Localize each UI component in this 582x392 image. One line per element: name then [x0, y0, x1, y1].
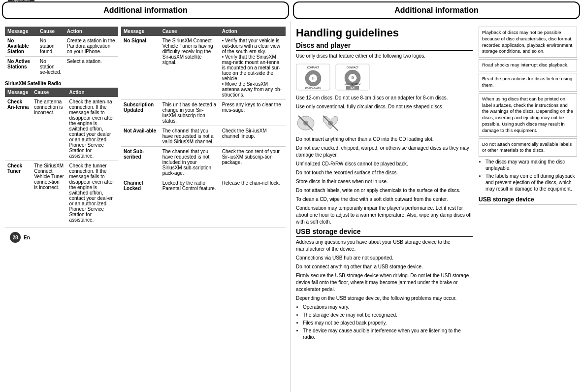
- svg-text:DIGITAL AUDIO: DIGITAL AUDIO: [345, 83, 361, 85]
- table1: Message Cause Action No Available Statio…: [5, 27, 118, 77]
- usb-note3: Do not connect anything other than a USB…: [296, 263, 473, 270]
- action-not-sub: Check the con-tent of your Sir-iusXM sub…: [220, 147, 286, 178]
- tables-row: Message Cause Action No Available Statio…: [5, 27, 286, 228]
- svg-text:disc: disc: [309, 76, 318, 81]
- cause-not-sub: The channel that you have requested is n…: [160, 147, 220, 178]
- compact-disc-text-logo: COMPACT disc DIGITAL AUDIO TEXT: [335, 64, 370, 91]
- no-odd-disc-icon: [296, 113, 316, 133]
- table-row: Subscription Updated This unit has de-te…: [121, 100, 286, 126]
- right-box3: Read the precautions for discs before us…: [479, 73, 577, 92]
- table1-container: Message Cause Action No Available Statio…: [5, 27, 118, 228]
- table2-col-message: Message: [5, 88, 32, 97]
- page-header: Appendix Additional information Addition…: [0, 0, 582, 21]
- right-header-section: Additional information: [293, 1, 580, 19]
- table1-col-action: Action: [65, 27, 118, 36]
- right-page: Handling guidelines Discs and player Use…: [291, 21, 582, 392]
- table-row: Not Avail-able The channel that you have…: [121, 126, 286, 147]
- action-subscription: Press any keys to clear the mes-sage.: [220, 100, 286, 126]
- action-no-signal: • Verify that your vehicle is out-doors …: [220, 36, 286, 100]
- msg-check-antenna: Check An-tenna: [5, 97, 32, 161]
- cause-no-signal: The SiriusXM Connect Vehicle Tuner is ha…: [160, 36, 220, 100]
- page-lang: En: [24, 235, 30, 240]
- table1-col-cause: Cause: [37, 27, 65, 36]
- main-content: Message Cause Action No Available Statio…: [0, 21, 582, 392]
- discs-intro: Use only discs that feature either of th…: [296, 53, 473, 60]
- no-heart-disc-icon: [321, 113, 340, 133]
- cause-no-active: No station se-lected.: [37, 57, 65, 77]
- discs-subtitle: Discs and player: [296, 41, 473, 51]
- handling-title: Handling guidelines: [296, 27, 473, 39]
- msg-not-avail: Not Avail-able: [121, 126, 160, 147]
- table-row: Channel Locked Locked by the radio Paren…: [121, 178, 286, 194]
- table2: Message Cause Action Check An-tenna The …: [5, 88, 118, 225]
- msg-no-available: No Available Station: [5, 36, 37, 57]
- satellite-label: SiriusXM Satellite Radio: [5, 81, 118, 86]
- discs-note2: Use only conventional, fully circular di…: [296, 103, 473, 110]
- right-bullets: The discs may warp making the disc unpla…: [485, 159, 577, 192]
- usb-bullet3: Files may not be played back properly.: [303, 320, 473, 326]
- left-header-section: Appendix Additional information: [2, 1, 289, 19]
- action-channel-locked: Release the chan-nel lock.: [220, 178, 286, 194]
- usb-subtitle: USB storage device: [296, 228, 473, 237]
- table3-col-message: Message: [121, 27, 160, 36]
- right-col-left: Handling guidelines Discs and player Use…: [296, 27, 479, 386]
- msg-check-tuner: Check Tuner: [5, 161, 32, 225]
- table-row: No Available Station No station found. C…: [5, 36, 118, 57]
- discs-note8: Do not attach labels, write on or apply …: [296, 187, 473, 194]
- table3-col-cause: Cause: [160, 27, 220, 36]
- usb-bullet1: Operations may vary.: [303, 304, 473, 310]
- svg-text:TEXT: TEXT: [350, 86, 356, 89]
- discs-note7: Store discs in their cases when not in u…: [296, 178, 473, 185]
- right-col-right: Playback of discs may not be possible be…: [479, 27, 577, 386]
- msg-subscription: Subscription Updated: [121, 100, 160, 126]
- cause-check-tuner: The SiriusXM Connect Vehicle Tuner conne…: [32, 161, 66, 225]
- action-check-tuner: Check the tunner connection. If the mess…: [66, 161, 118, 225]
- svg-text:DIGITAL AUDIO: DIGITAL AUDIO: [305, 87, 322, 89]
- table-row: Not Sub-scribed The channel that you hav…: [121, 147, 286, 178]
- msg-not-sub: Not Sub-scribed: [121, 147, 160, 178]
- svg-text:COMPACT: COMPACT: [347, 66, 359, 69]
- action-no-active: Select a station.: [65, 57, 118, 77]
- right-bullet2: The labels may come off during playback …: [485, 173, 577, 192]
- table3-container: Message Cause Action No Signal The Siriu…: [121, 27, 286, 228]
- svg-text:disc: disc: [348, 75, 357, 80]
- discs-note3: Do not insert anything other than a CD i…: [296, 136, 473, 143]
- discs-note5: Unfinalized CD-R/RW discs cannot be play…: [296, 161, 473, 167]
- right-box4: When using discs that can be printed on …: [479, 93, 577, 137]
- table-row: Check Tuner The SiriusXM Connect Vehicle…: [5, 161, 118, 225]
- table2-col-cause: Cause: [32, 88, 66, 97]
- usb-note1: Address any questions you have about you…: [296, 239, 473, 253]
- table-row: No Signal The SiriusXM Connect Vehicle T…: [121, 36, 286, 100]
- table3-col-action: Action: [220, 27, 286, 36]
- action-check-antenna: Check the anten-na connection. If the me…: [66, 97, 118, 161]
- action-not-avail: Check the Sir-iusXM channel lineup.: [220, 126, 286, 147]
- table-row: No Active Stations No station se-lected.…: [5, 57, 118, 77]
- appendix-badge: Appendix: [8, 0, 34, 2]
- right-header-title: Additional information: [294, 6, 579, 15]
- action-no-available: Create a station in the Pandora applicat…: [65, 36, 118, 57]
- cause-not-avail: The channel that you have requested is n…: [160, 126, 220, 147]
- usb-note2: Connections via USB hub are not supporte…: [296, 255, 473, 261]
- usb-problems-intro: Depending on the USB storage device, the…: [296, 295, 473, 302]
- discs-note1: Use 12-cm discs. Do not use 8-cm discs o…: [296, 95, 473, 101]
- msg-no-signal: No Signal: [121, 36, 160, 100]
- discs-note10: Condensation may temporarily impair the …: [296, 205, 473, 226]
- disc-logos: COMPACT disc DIGITAL AUDIO COMPACT: [296, 64, 473, 91]
- right-box1: Playback of discs may not be possible be…: [479, 27, 577, 58]
- page-footer: 28 En: [5, 228, 286, 245]
- right-box2: Road shocks may interrupt disc playback.: [479, 59, 577, 71]
- page-number: 28: [10, 232, 21, 243]
- usb-bullet2: The storage device may not be recognized…: [303, 312, 473, 318]
- left-header-title: Additional information: [3, 6, 288, 15]
- discs-note9: To clean a CD, wipe the disc with a soft…: [296, 196, 473, 203]
- compact-disc-audio-logo: COMPACT disc DIGITAL AUDIO: [296, 64, 330, 91]
- disc-shape-icons: [296, 113, 473, 133]
- usb-bullet4: The device may cause audible interferenc…: [303, 327, 473, 340]
- right-bullet1: The discs may warp making the disc unpla…: [485, 159, 577, 171]
- msg-no-active: No Active Stations: [5, 57, 37, 77]
- cause-check-antenna: The antenna connection is incorrect.: [32, 97, 66, 161]
- cause-no-available: No station found.: [37, 36, 65, 57]
- left-page: Message Cause Action No Available Statio…: [0, 21, 291, 392]
- table3: Message Cause Action No Signal The Siriu…: [121, 27, 286, 193]
- right-box5: Do not attach commercially available lab…: [479, 138, 577, 157]
